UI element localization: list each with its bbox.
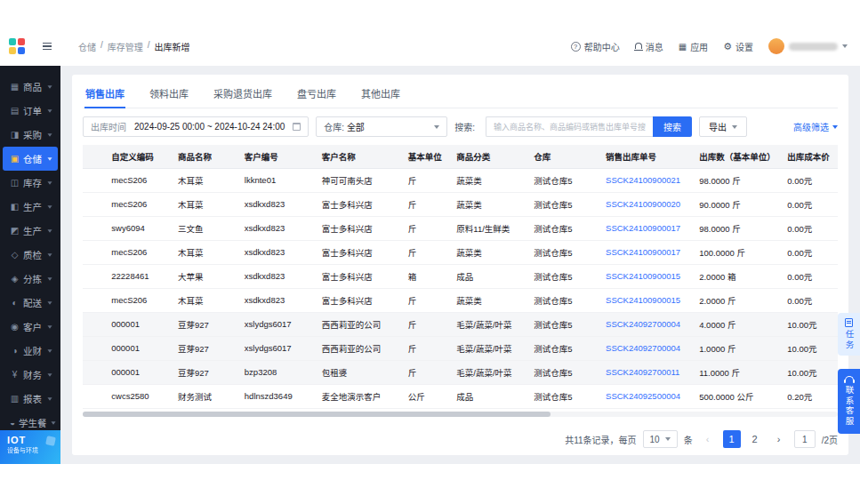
cell-order-no-link[interactable]: SSCK24092500004 [600,384,694,408]
total-pages-label: /2页 [822,433,838,446]
column-header[interactable]: 客户编号 [239,145,317,168]
cell-order-no-link[interactable]: SSCK24100900015 [600,288,694,312]
column-header[interactable]: 出库成本价 [782,145,838,168]
tab-material-outbound[interactable]: 领料出库 [149,80,189,108]
breadcrumb-item[interactable]: 库存管理 / [108,40,150,53]
sidebar-item-production-2[interactable]: ◩ 生产 [3,219,58,243]
cell-custom-code: mecS206 [106,192,173,216]
table-row[interactable]: 000001 豆芽927 xslydgs6017 西西莉亚的公司 斤 毛菜/蔬菜… [83,336,838,360]
sidebar-item-goods[interactable]: ▦ 商品 [3,75,58,99]
scrollbar-thumb[interactable] [83,412,551,417]
cell-order-no-link[interactable]: SSCK24100900021 [600,168,694,192]
tab-other-outbound[interactable]: 其他出库 [360,80,401,108]
cell-order-no-link[interactable]: SSCK24100900015 [600,264,694,288]
sidebar-item-warehouse[interactable]: ▣ 仓储 [3,147,58,171]
cell-warehouse: 测试仓库5 [528,336,600,360]
bell-icon [635,43,642,49]
app-window: 仓储 / 库存管理 / 出库新增 / ? 帮助中心 消息 [0,27,860,464]
cell-product-name: 财务测试 [173,384,239,408]
cell-order-no-link[interactable]: SSCK24092700011 [600,360,694,384]
column-header[interactable]: 基本单位 [403,145,452,168]
tab-purchase-return-outbound[interactable]: 采购退货出库 [213,80,273,108]
warehouse-select[interactable]: 仓库: 全部 [316,116,447,137]
breadcrumb-item[interactable]: 出库新增 / [155,40,190,53]
column-header[interactable]: 销售出库单号 [600,145,694,168]
apps-action[interactable]: ▦ 应用 [679,40,708,53]
column-header[interactable]: 仓库 [528,145,600,168]
action-list: ? 帮助中心 消息 ▦ 应用 ⚙ 设置 [571,40,753,53]
search-button[interactable]: 搜索 [653,116,692,137]
row-select-cell [83,216,106,240]
chevron-down-icon [47,325,52,328]
breadcrumb-item[interactable]: 仓储 / [78,40,103,53]
table-row[interactable]: cwcs2580 财务测试 hdlnszd3649 麦全地演示客户 公斤 成品 … [83,384,838,408]
cell-customer-name: 富士多科兴店 [317,288,403,312]
table-row[interactable]: mecS206 木耳菜 xsdkxd823 富士多科兴店 斤 蔬菜类 测试仓库5… [83,240,838,264]
sidebar-item-quality[interactable]: ◇ 质检 [3,243,58,267]
sidebar-item-reports[interactable]: ▥ 报表 [3,387,58,411]
column-header[interactable]: 出库数（基本单位） [694,145,782,168]
sidebar-item-inventory[interactable]: ◫ 库存 [3,171,58,195]
sidebar-item-sorting[interactable]: ◈ 分拣 [3,267,58,291]
sidebar-item-delivery[interactable]: ◐ 配送 [3,291,58,315]
page-number-button[interactable]: 1 [723,430,741,448]
logo-block [9,47,16,54]
table-row[interactable]: 000001 豆芽927 xslydgs6017 西西莉亚的公司 斤 毛菜/蔬菜… [83,312,838,336]
search-group: 搜索 [486,116,692,137]
horizontal-scrollbar[interactable] [83,412,838,417]
per-page-select[interactable]: 10 [643,430,678,448]
cell-product-name: 木耳菜 [173,168,239,192]
tab-loss-outbound[interactable]: 盘亏出库 [296,80,337,108]
cell-order-no-link[interactable]: SSCK24092700004 [600,336,694,360]
cell-order-no-link[interactable]: SSCK24100900020 [600,192,694,216]
next-page-button[interactable]: › [770,430,788,448]
prev-page-button[interactable]: ‹ [699,430,717,448]
cell-qty: 100.0000 斤 [694,240,782,264]
collapse-sidebar-icon[interactable] [43,43,52,50]
sidebar-item-customers[interactable]: ◉ 客户 [3,315,58,339]
page-number-button[interactable]: 2 [746,430,764,448]
page-jump-input[interactable]: 1 [794,430,816,448]
cell-order-no-link[interactable]: SSCK24092700004 [600,312,694,336]
table-row[interactable]: 000001 豆芽927 bzp3208 包租婆 斤 毛菜/蔬菜/叶菜 测试仓库… [83,360,838,384]
table-header-row: 自定义编码商品名称客户编号客户名称基本单位商品分类仓库销售出库单号出库数（基本单… [83,145,838,168]
report-icon: ▥ [10,394,20,404]
cell-customer-no: xsdkxd823 [239,264,317,288]
contact-support-floater-button[interactable]: 联系客服 [838,369,860,434]
search-input[interactable] [486,116,653,137]
table-row[interactable]: 22228461 大苹果 xsdkxd823 富士多科兴店 箱 成品 测试仓库5… [83,264,838,288]
cell-product-name: 豆芽927 [173,360,239,384]
column-header[interactable]: 客户名称 [317,145,403,168]
row-select-cell [83,336,106,360]
messages-action[interactable]: 消息 [635,40,663,53]
cell-unit: 斤 [403,240,452,264]
iot-badge[interactable]: IOT 设备与环境 [0,430,60,464]
table-row[interactable]: swy6094 三文鱼 xsdkxd823 富士多科兴店 斤 原料11/生鲜类 … [83,216,838,240]
date-range-picker[interactable]: 出库时间 2024-09-25 00:00 ~ 2024-10-24 24:00 [83,116,309,137]
table-row[interactable]: mecS206 木耳菜 xsdkxd823 富士多科兴店 斤 蔬菜类 测试仓库5… [83,288,838,312]
sidebar-item-production-1[interactable]: ◧ 生产 [3,195,58,219]
cell-order-no-link[interactable]: SSCK24100900017 [600,216,694,240]
help-center-action[interactable]: ? 帮助中心 [571,40,620,53]
cell-qty: 4.0000 斤 [694,312,782,336]
settings-action[interactable]: ⚙ 设置 [723,40,753,53]
sidebar-item-purchase[interactable]: ◨ 采购 [3,123,58,147]
sidebar-item-finance[interactable]: ¥ 财务 [3,363,58,387]
tab-sales-outbound[interactable]: 销售出库 [84,80,125,108]
column-header[interactable]: 商品分类 [451,145,528,168]
cell-customer-name: 富士多科兴店 [317,192,403,216]
cell-order-no-link[interactable]: SSCK24100900017 [600,240,694,264]
user-menu[interactable] [768,38,848,54]
advanced-filter-link[interactable]: 高级筛选 [793,120,838,133]
column-header[interactable]: 自定义编码 [106,145,173,168]
sidebar-item-bizfinance[interactable]: ◑ 业财 [3,339,58,363]
table-row[interactable]: mecS206 木耳菜 xsdkxd823 富士多科兴店 斤 蔬菜类 测试仓库5… [83,192,838,216]
export-button[interactable]: 导出 [699,116,747,137]
chevron-down-icon [47,133,52,136]
column-header[interactable]: 商品名称 [173,145,239,168]
cell-customer-no: lkknte01 [239,168,317,192]
sidebar-item-orders[interactable]: ▤ 订单 [3,99,58,123]
table-row[interactable]: mecS206 木耳菜 lkknte01 神可可南头店 斤 蔬菜类 测试仓库5 … [83,168,838,192]
column-settings-cell [83,145,106,168]
task-floater-button[interactable]: 任务 [838,313,860,356]
